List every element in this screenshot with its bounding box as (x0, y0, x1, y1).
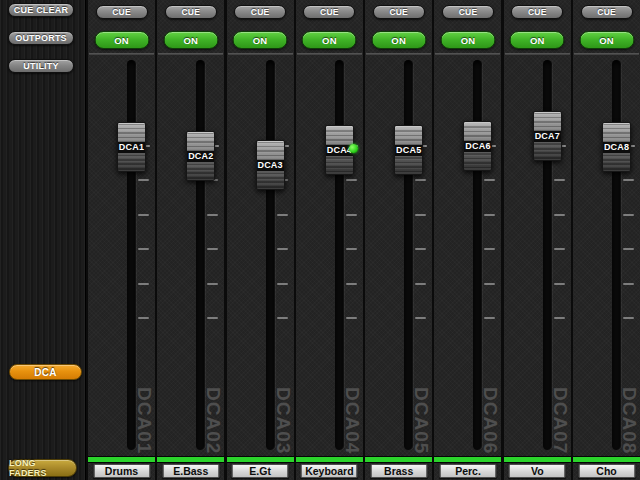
cue-button[interactable]: CUE (303, 5, 355, 19)
channel-strip: CUE ON DCA05 DCA5 Brass (365, 0, 432, 480)
fader-tick (484, 317, 495, 319)
fader-tick (484, 179, 495, 181)
cue-button[interactable]: CUE (581, 5, 633, 19)
strip-divider (228, 53, 293, 55)
channel-id-watermark: DCA06 (481, 387, 500, 454)
cue-button[interactable]: CUE (234, 5, 286, 19)
fader-knob[interactable]: DCA5 (394, 125, 423, 175)
channel-color-bar (365, 456, 432, 463)
channel-color-bar (88, 456, 155, 463)
channel-name-label: Keyboard (301, 464, 358, 478)
on-button[interactable]: ON (302, 31, 357, 49)
fader-knob[interactable]: DCA7 (533, 111, 562, 161)
strip-divider (158, 53, 223, 55)
channel-strip: CUE ON DCA08 DCA8 Cho (573, 0, 640, 480)
fader-knob[interactable]: DCA4 (325, 125, 354, 175)
fader-tick (623, 179, 634, 181)
fader-knob-label: DCA3 (257, 160, 284, 171)
channel-id-watermark: DCA02 (204, 387, 223, 454)
fader-tick (277, 248, 288, 250)
fader-tick (484, 248, 495, 250)
on-button[interactable]: ON (163, 31, 218, 49)
fader-tick (138, 283, 149, 285)
on-button[interactable]: ON (440, 31, 495, 49)
outports-button[interactable]: OUTPORTS (8, 31, 74, 45)
fader-tick (207, 317, 218, 319)
cue-button[interactable]: CUE (96, 5, 148, 19)
channel-name-label: E.Gt (232, 464, 289, 478)
strip-divider (574, 53, 639, 55)
channel-id-watermark: DCA04 (343, 387, 362, 454)
channel-color-bar (296, 456, 363, 463)
channel-name-label: Vo (509, 464, 566, 478)
fader-tick (415, 214, 426, 216)
fader-tick (207, 214, 218, 216)
fader-knob[interactable]: DCA6 (463, 121, 492, 171)
long-faders-button[interactable]: LONG FADERS (8, 459, 77, 477)
fader-knob-label: DCA5 (395, 145, 422, 156)
fader-tick (346, 283, 357, 285)
channel-color-bar (227, 456, 294, 463)
cue-clear-button[interactable]: CUE CLEAR (8, 3, 74, 17)
fader-tick (277, 214, 288, 216)
on-button[interactable]: ON (579, 31, 634, 49)
fader-tick (207, 283, 218, 285)
cue-button[interactable]: CUE (442, 5, 494, 19)
channel-id-watermark: DCA08 (620, 387, 639, 454)
fader-tick (623, 248, 634, 250)
cue-button[interactable]: CUE (511, 5, 563, 19)
fader-tick (138, 248, 149, 250)
channel-color-bar (434, 456, 501, 463)
fader-tick (554, 179, 565, 181)
channel-color-bar (573, 456, 640, 463)
channel-strip: CUE ON DCA07 DCA7 Vo (504, 0, 571, 480)
fader-tick (346, 317, 357, 319)
cue-button[interactable]: CUE (165, 5, 217, 19)
channel-color-bar (157, 456, 224, 463)
fader-knob-label: DCA2 (187, 151, 214, 162)
fader-knob[interactable]: DCA3 (256, 140, 285, 190)
channel-strip: CUE ON DCA01 DCA1 Drums (88, 0, 155, 480)
on-button[interactable]: ON (94, 31, 149, 49)
fader-knob-label: DCA7 (534, 131, 561, 142)
fader-knob[interactable]: DCA8 (602, 122, 631, 172)
fader-tick (623, 317, 634, 319)
fader-tick (554, 283, 565, 285)
utility-button[interactable]: UTILITY (8, 59, 74, 73)
channel-id-watermark: DCA05 (412, 387, 431, 454)
fader-tick (138, 179, 149, 181)
fader-tick (554, 248, 565, 250)
channel-strip: CUE ON DCA02 DCA2 E.Bass (157, 0, 224, 480)
channel-strip: CUE ON DCA04 DCA4 Keyboard (296, 0, 363, 480)
strip-divider (89, 53, 154, 55)
strip-divider (297, 53, 362, 55)
fader-tick (346, 214, 357, 216)
cue-button[interactable]: CUE (373, 5, 425, 19)
strip-divider (435, 53, 500, 55)
fader-tick (207, 248, 218, 250)
dca-bank-button[interactable]: DCA (9, 364, 82, 380)
fader-knob[interactable]: DCA1 (117, 122, 146, 172)
on-button[interactable]: ON (233, 31, 288, 49)
fader-tick (415, 179, 426, 181)
fader-tick (415, 283, 426, 285)
fader-tick (484, 283, 495, 285)
on-button[interactable]: ON (510, 31, 565, 49)
fader-tick (346, 179, 357, 181)
fader-knob-label: DCA1 (118, 142, 145, 153)
fader-tick (415, 317, 426, 319)
strip-divider (505, 53, 570, 55)
fader-tick (277, 317, 288, 319)
fader-tick (623, 283, 634, 285)
channel-name-label: Brass (370, 464, 427, 478)
channel-name-label: E.Bass (162, 464, 219, 478)
on-button[interactable]: ON (371, 31, 426, 49)
fader-tick (346, 248, 357, 250)
fader-tick (138, 317, 149, 319)
fader-tick (554, 214, 565, 216)
fader-tick (554, 317, 565, 319)
channel-strip: CUE ON DCA03 DCA3 E.Gt (227, 0, 294, 480)
fader-tick (277, 283, 288, 285)
fader-knob-label: DCA8 (603, 142, 630, 153)
fader-knob[interactable]: DCA2 (186, 131, 215, 181)
